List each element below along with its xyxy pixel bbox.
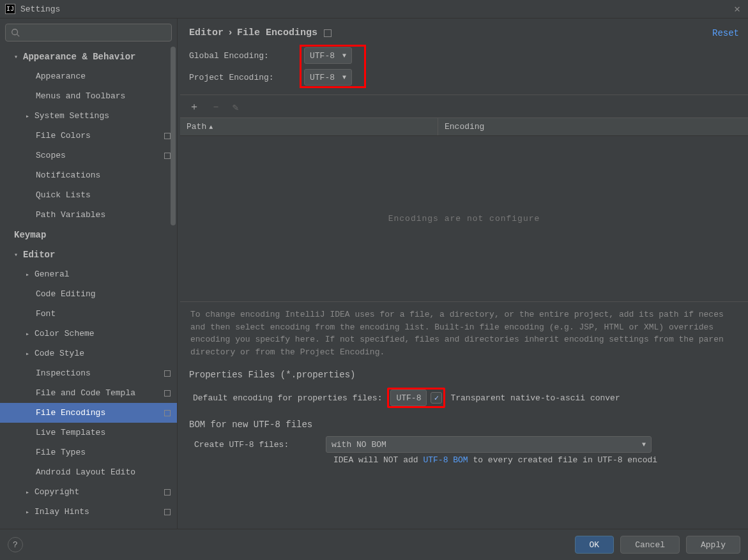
tree-item-file-colors[interactable]: File Colors	[0, 126, 177, 146]
tree-item-file-types[interactable]: File Types	[0, 443, 177, 462]
tree-item-label: Inlay Hints	[34, 507, 89, 517]
table-toolbar: ＋ － ✎	[180, 95, 748, 117]
tree-item-code-style[interactable]: ▸Code Style	[0, 344, 177, 363]
remove-icon[interactable]: －	[211, 100, 221, 114]
chevron-icon: ▸	[26, 488, 34, 496]
scroll-thumb[interactable]	[171, 47, 176, 225]
tree-item-label: Path Variables	[36, 210, 105, 220]
create-utf8-label: Create UTF-8 files:	[194, 440, 319, 450]
chevron-icon: ▾	[14, 251, 23, 259]
breadcrumb-parent[interactable]: Editor	[189, 27, 224, 38]
tree-item-label: Copyright	[34, 487, 79, 497]
reset-link[interactable]: Reset	[712, 28, 739, 38]
project-scope-icon	[164, 489, 171, 496]
transparent-ascii-checkbox[interactable]	[431, 392, 442, 404]
project-scope-icon	[164, 410, 171, 416]
svg-line-1	[17, 34, 20, 37]
cancel-button[interactable]: Cancel	[620, 536, 680, 554]
tree-item-inspections[interactable]: Inspections	[0, 363, 177, 383]
tree-item-label: Quick Lists	[36, 190, 91, 200]
tree-item-label: Inspections	[36, 368, 91, 378]
tree-item-copyright[interactable]: ▸Copyright	[0, 482, 177, 502]
edit-icon[interactable]: ✎	[233, 101, 239, 114]
bom-section-title: BOM for new UTF-8 files	[189, 414, 748, 430]
tree-item-label: Menus and Toolbars	[36, 91, 125, 101]
tree-item-font[interactable]: Font	[0, 304, 177, 324]
tree-item-label: General	[34, 269, 70, 279]
project-encoding-combo[interactable]: UTF-8 ▼	[304, 69, 352, 86]
svg-point-0	[12, 29, 18, 35]
tree-item-general[interactable]: ▸General	[0, 264, 177, 284]
table-body: Encodings are not configure	[180, 136, 748, 302]
settings-tree[interactable]: ▾Appearance & BehaviorAppearanceMenus an…	[0, 47, 177, 529]
project-encoding-value: UTF-8	[310, 73, 335, 82]
tree-item-color-scheme[interactable]: ▸Color Scheme	[0, 324, 177, 344]
tree-item-path-variables[interactable]: Path Variables	[0, 205, 177, 225]
ok-button[interactable]: OK	[575, 536, 614, 554]
properties-encoding-value: UTF-8	[396, 393, 421, 403]
tree-item-file-encodings[interactable]: File Encodings	[0, 403, 177, 423]
tree-item-keymap[interactable]: Keymap	[0, 225, 177, 245]
table-empty-text: Encodings are not configure	[388, 214, 540, 223]
project-scope-icon	[164, 509, 171, 515]
transparent-ascii-label: Transparent native-to-ascii conver	[450, 393, 620, 403]
window-body: ▾Appearance & BehaviorAppearanceMenus an…	[0, 19, 748, 529]
help-text: To change encoding IntelliJ IDEA uses fo…	[178, 302, 748, 365]
tree-item-label: Keymap	[14, 230, 46, 240]
help-button[interactable]: ?	[8, 537, 23, 552]
tree-item-file-and-code-templa[interactable]: File and Code Templa	[0, 383, 177, 403]
tree-item-notifications[interactable]: Notifications	[0, 165, 177, 185]
scrollbar[interactable]	[171, 47, 176, 519]
tree-item-label: Appearance	[36, 72, 86, 81]
utf8-bom-link[interactable]: UTF-8 BOM	[423, 455, 468, 465]
tree-item-label: Appearance & Behavior	[23, 52, 135, 62]
tree-item-system-settings[interactable]: ▸System Settings	[0, 106, 177, 126]
tree-item-label: File Colors	[36, 131, 91, 140]
tree-item-label: Color Scheme	[34, 329, 95, 338]
tree-item-editor[interactable]: ▾Editor	[0, 245, 177, 264]
tree-item-scopes[interactable]: Scopes	[0, 146, 177, 165]
project-scope-icon	[164, 153, 171, 159]
create-utf8-combo[interactable]: with NO BOM ▼	[326, 436, 652, 453]
tree-item-inlay-hints[interactable]: ▸Inlay Hints	[0, 502, 177, 522]
properties-encoding-combo[interactable]: UTF-8	[390, 390, 427, 406]
highlight-annotation: UTF-8	[387, 388, 445, 408]
search-input[interactable]	[5, 24, 172, 42]
chevron-icon: ▸	[26, 350, 34, 358]
tree-item-label: File Encodings	[36, 408, 105, 418]
tree-item-quick-lists[interactable]: Quick Lists	[0, 185, 177, 205]
breadcrumb-separator: ›	[227, 27, 233, 38]
global-encoding-label: Global Encoding:	[189, 51, 304, 61]
chevron-down-icon: ▼	[342, 52, 346, 59]
project-scope-icon	[164, 133, 171, 139]
properties-section-title: Properties Files (*.properties)	[178, 365, 748, 380]
tree-item-label: Scopes	[36, 151, 66, 160]
tree-item-label: Code Editing	[36, 289, 96, 299]
column-encoding[interactable]: Encoding	[438, 118, 748, 135]
tree-item-label: Notifications	[36, 170, 100, 180]
breadcrumb-current: File Encodings	[237, 27, 317, 38]
tree-item-label: Android Layout Edito	[36, 467, 135, 477]
global-encoding-combo[interactable]: UTF-8 ▼	[304, 47, 352, 64]
tree-item-label: Font	[36, 309, 56, 319]
app-icon: IJ	[5, 4, 15, 14]
table-header: Path▲ Encoding	[180, 117, 748, 136]
tree-item-label: File Types	[36, 448, 86, 457]
tree-item-label: System Settings	[34, 111, 109, 121]
main-header: Editor › File Encodings Reset	[178, 19, 748, 45]
add-icon[interactable]: ＋	[189, 100, 199, 114]
tree-item-appearance[interactable]: Appearance	[0, 66, 177, 86]
project-encoding-label: Project Encoding:	[189, 73, 304, 82]
create-utf8-value: with NO BOM	[332, 440, 386, 450]
tree-item-appearance-behavior[interactable]: ▾Appearance & Behavior	[0, 47, 177, 66]
tree-item-code-editing[interactable]: Code Editing	[0, 284, 177, 304]
project-scope-icon	[164, 390, 171, 397]
tree-item-menus-and-toolbars[interactable]: Menus and Toolbars	[0, 86, 177, 106]
apply-button[interactable]: Apply	[686, 536, 740, 554]
tree-item-live-templates[interactable]: Live Templates	[0, 423, 177, 443]
column-path[interactable]: Path▲	[180, 118, 438, 135]
tree-item-android-layout-edito[interactable]: Android Layout Edito	[0, 462, 177, 482]
chevron-icon: ▸	[26, 112, 34, 120]
sidebar: ▾Appearance & BehaviorAppearanceMenus an…	[0, 19, 178, 529]
close-icon[interactable]: ✕	[731, 3, 743, 15]
